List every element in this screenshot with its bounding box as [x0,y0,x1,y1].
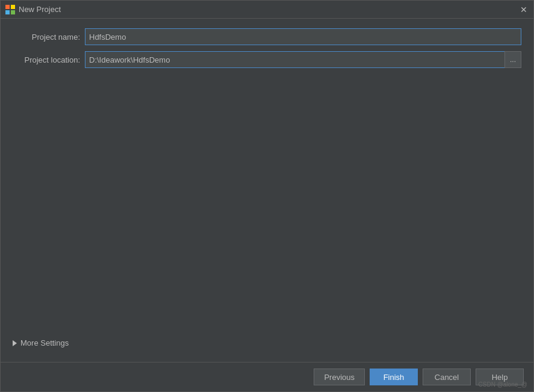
title-bar: New Project ✕ [1,1,533,19]
cancel-button[interactable]: Cancel [423,369,471,385]
dialog-content: Project name: Project location: ... More… [1,19,533,362]
project-location-row: Project location: ... [13,51,521,68]
previous-button[interactable]: Previous [314,369,365,385]
svg-rect-1 [11,5,15,9]
location-input-group: ... [85,51,521,68]
dialog-title: New Project [19,5,515,14]
project-name-label: Project name: [13,33,85,42]
content-spacer [13,74,521,334]
close-button[interactable]: ✕ [519,5,529,14]
more-settings-toggle[interactable]: More Settings [13,334,521,352]
watermark: CSDN @alone_@ [479,381,527,388]
project-name-input[interactable] [85,28,521,45]
browse-button[interactable]: ... [505,51,521,68]
expand-icon [13,340,17,346]
dialog-window: New Project ✕ Project name: Project loca… [0,0,534,392]
svg-rect-0 [5,5,10,9]
project-location-label: Project location: [13,55,85,64]
svg-rect-3 [11,10,15,14]
project-location-input[interactable] [85,51,505,68]
dialog-footer: Previous Finish Cancel Help [1,362,533,391]
svg-rect-2 [5,10,10,14]
finish-button[interactable]: Finish [370,369,418,385]
app-icon [5,5,15,14]
more-settings-label: More Settings [20,338,69,347]
project-name-row: Project name: [13,28,521,45]
